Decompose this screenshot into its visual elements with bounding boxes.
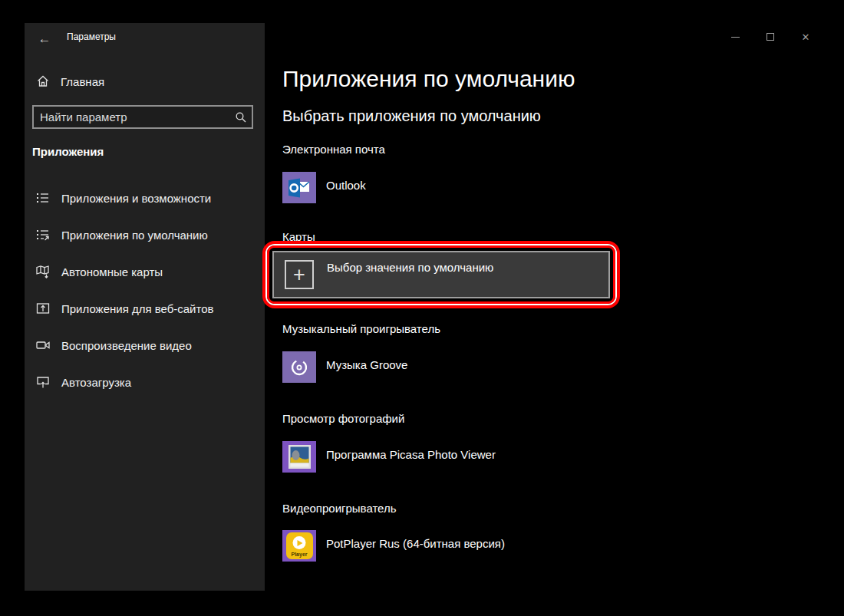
sidebar-item-home[interactable]: Главная [25,68,265,95]
video-playback-icon [35,338,51,353]
choose-default-label: Выбор значения по умолчанию [327,261,493,274]
window-controls: ✕ [717,25,823,48]
apps-for-websites-icon [35,301,51,316]
default-photos-app[interactable]: Программа Picasa Photo Viewer [282,441,496,473]
window-title: Параметры [67,31,116,42]
back-button[interactable]: ← [32,28,57,51]
default-email-app[interactable]: Outlook [282,172,366,203]
category-video-player: Видеопроигрыватель [282,502,397,515]
outlook-icon [282,172,316,203]
home-icon [35,74,51,89]
category-email: Электронная почта [282,143,385,156]
category-music-player: Музыкальный проигрыватель [282,322,440,335]
back-arrow-icon: ← [38,31,51,47]
sidebar-nav: Приложения и возможности Приложения по у… [25,180,265,400]
close-icon: ✕ [802,31,810,43]
default-apps-icon [35,227,51,242]
minimize-button[interactable] [717,25,753,48]
sidebar-item-default-apps[interactable]: Приложения по умолчанию [25,216,265,253]
sidebar-group-title: Приложения [32,145,104,158]
sidebar-item-label: Автозагрузка [61,376,131,389]
picasa-icon [282,441,316,473]
sidebar-item-startup[interactable]: Автозагрузка [25,364,265,400]
apps-features-icon [35,190,51,206]
sidebar-item-label: Приложения по умолчанию [61,229,208,242]
search-icon[interactable] [230,107,252,127]
settings-sidebar: ← Параметры Главная Приложения [25,23,265,591]
sidebar-item-apps-features[interactable]: Приложения и возможности [25,180,265,216]
default-music-app[interactable]: Музыка Groove [282,351,407,383]
app-name-picasa: Программа Picasa Photo Viewer [326,448,496,461]
settings-search-box[interactable] [32,105,253,129]
sidebar-item-offline-maps[interactable]: Автономные карты [25,253,265,290]
default-video-app[interactable]: Player PotPlayer Rus (64-битная версия) [282,530,505,562]
app-name-potplayer: PotPlayer Rus (64-битная версия) [326,537,505,550]
highlight-annotation: + Выбор значения по умолчанию [262,241,620,308]
choose-defaults-heading: Выбрать приложения по умолчанию [282,107,541,125]
sidebar-item-label: Воспроизведение видео [61,339,192,352]
maximize-button[interactable] [753,25,788,48]
highlight-annotation-white-ring: + Выбор значения по умолчанию [265,244,617,305]
minimize-icon [731,37,740,38]
app-name-outlook: Outlook [326,179,366,192]
sidebar-item-label: Приложения и возможности [61,192,211,205]
page-title: Приложения по умолчанию [282,66,575,92]
groove-music-icon [282,351,316,383]
maximize-icon [767,33,774,41]
sidebar-item-label: Приложения для веб-сайтов [61,302,214,315]
offline-maps-icon [35,264,51,279]
sidebar-item-video-playback[interactable]: Воспроизведение видео [25,327,265,364]
startup-icon [35,374,51,390]
potplayer-icon-label: Player [286,552,313,557]
choose-default-maps-button[interactable]: + Выбор значения по умолчанию [272,251,610,298]
category-photo-viewer: Просмотр фотографий [282,412,404,425]
sidebar-home-label: Главная [61,75,104,88]
sidebar-item-label: Автономные карты [61,265,163,278]
search-input[interactable] [34,110,230,124]
sidebar-item-apps-for-websites[interactable]: Приложения для веб-сайтов [25,290,265,327]
plus-icon: + [285,260,314,289]
potplayer-icon: Player [282,530,316,562]
app-name-groove: Музыка Groove [326,358,407,371]
close-button[interactable]: ✕ [788,25,823,48]
highlight-annotation-inner-ring: + Выбор значения по умолчанию [267,245,615,304]
